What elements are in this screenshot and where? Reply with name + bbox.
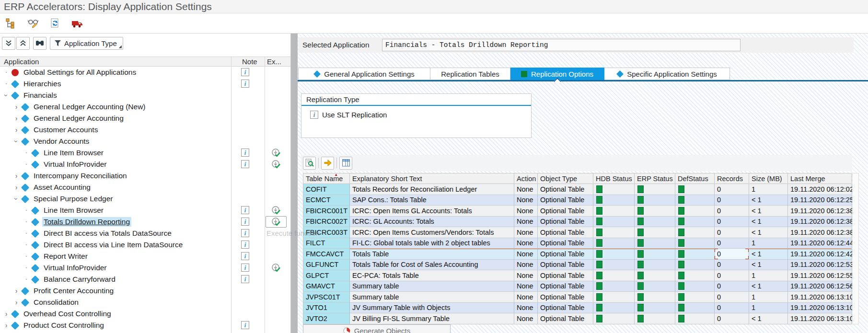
tree-expander[interactable]: › xyxy=(3,322,10,329)
column-header-records[interactable]: Records xyxy=(715,173,749,184)
tree-row[interactable]: › Profit Center Accounting xyxy=(0,285,290,297)
tree-label[interactable]: Hierarchies xyxy=(22,79,62,89)
tree-label[interactable]: Special Purpose Ledger xyxy=(32,194,114,204)
tree-expander[interactable]: ▪ xyxy=(3,80,10,87)
tree-row[interactable]: › Financials xyxy=(0,90,290,101)
note-icon[interactable]: i xyxy=(241,241,249,249)
tree-expander[interactable]: ▪ xyxy=(23,149,30,156)
column-header-size-mb-[interactable]: Size (MB) xyxy=(749,173,788,184)
tree-row[interactable]: › Overhead Cost Controlling xyxy=(0,308,290,320)
tab-specific-application-settings[interactable]: Specific Application Settings xyxy=(604,68,730,80)
table-row[interactable]: JVPSC01TSummary tableNoneOptional Table0… xyxy=(303,292,852,303)
tree-row[interactable]: ▪ Report Writer i xyxy=(0,251,290,262)
hierarchy-icon[interactable] xyxy=(4,16,18,31)
note-icon[interactable]: i xyxy=(241,321,249,329)
tree-label[interactable]: Direct BI access via Line Item DataSourc… xyxy=(42,240,184,250)
note-icon[interactable]: i xyxy=(241,160,249,168)
tree-row[interactable]: ▪ Direct BI access via Totals DataSource… xyxy=(0,228,290,239)
column-header-hdb-status[interactable]: HDB Status xyxy=(593,173,635,184)
tree-expander[interactable]: › xyxy=(3,92,10,99)
execute-button[interactable] xyxy=(266,147,287,159)
tree-row[interactable]: ▪ Line Item Browser i xyxy=(0,205,290,216)
note-icon[interactable]: i xyxy=(241,264,249,272)
tree-label[interactable]: Financials xyxy=(22,91,58,100)
execute-button[interactable] xyxy=(266,159,287,170)
tree-row[interactable]: › Consolidation xyxy=(0,297,290,308)
selected-application-field[interactable]: Financials - Totals Drilldown Reporting xyxy=(382,39,741,51)
refresh-icon[interactable] xyxy=(48,16,62,31)
tree-expander[interactable]: › xyxy=(13,287,20,294)
tree-label[interactable]: Report Writer xyxy=(42,252,89,261)
column-header-last-merge[interactable]: Last Merge xyxy=(788,173,852,184)
tree-row[interactable]: › Special Purpose Ledger xyxy=(0,193,290,205)
note-icon[interactable]: i xyxy=(241,206,249,214)
execute-button[interactable] xyxy=(266,262,287,274)
table-row[interactable]: GMAVCTSummary tableNoneOptional Table0< … xyxy=(303,281,852,292)
table-scrollbar[interactable] xyxy=(852,173,859,324)
execute-button[interactable] xyxy=(266,216,287,228)
tree-row[interactable]: ▪ Balance Carryforward i xyxy=(0,274,290,285)
column-header-erp-status[interactable]: ERP Status xyxy=(635,173,675,184)
tree-expander[interactable]: ▪ xyxy=(3,69,10,76)
application-column-header[interactable]: Application xyxy=(4,57,39,66)
table-row[interactable]: JVTO2JV Billing FI-SL Summary TableNoneO… xyxy=(303,313,852,324)
table-row[interactable]: FBICRC002TICRC: GL Accounts: TotalsNoneO… xyxy=(303,217,852,228)
tree-label[interactable]: Intercompany Reconciliation xyxy=(32,171,128,181)
column-header-table-name[interactable]: Table Name▴ xyxy=(303,173,350,184)
tree-row[interactable]: ▪ Line Item Browser i xyxy=(0,147,290,159)
ex-column-header[interactable]: Ex... xyxy=(267,57,281,66)
tree-row[interactable]: ▪ Hierarchies i xyxy=(0,78,290,90)
collapse-all-button[interactable] xyxy=(2,37,15,50)
note-icon[interactable]: i xyxy=(241,218,249,226)
table-row[interactable]: FMCCAVCTTotals TableNoneOptional Table0<… xyxy=(303,249,852,260)
tree-expander[interactable]: ▪ xyxy=(23,276,30,283)
column-header-object-type[interactable]: Object Type xyxy=(538,173,593,184)
tree-expander[interactable]: › xyxy=(13,103,20,110)
application-type-filter-button[interactable]: Application Type xyxy=(50,37,123,50)
layout-button[interactable] xyxy=(339,157,352,170)
tree-row[interactable]: › Customer Accounts xyxy=(0,124,290,136)
tree-label[interactable]: Overhead Cost Controlling xyxy=(22,309,113,319)
tree-row[interactable]: ▪ Global Settings for All Applications i xyxy=(0,67,290,78)
note-icon[interactable]: i xyxy=(241,80,249,88)
tree-expander[interactable]: › xyxy=(13,172,20,179)
tree-label[interactable]: Totals Drilldown Reporting xyxy=(42,217,131,227)
tree-expander[interactable]: ▪ xyxy=(23,241,30,248)
tree-expander[interactable]: ▪ xyxy=(23,218,30,225)
tree-expander[interactable]: › xyxy=(13,195,20,202)
tree-row[interactable]: › Vendor Accounts xyxy=(0,136,290,147)
note-icon[interactable]: i xyxy=(241,149,249,157)
tree-expander[interactable]: › xyxy=(13,184,20,191)
note-icon[interactable]: i xyxy=(241,252,249,260)
display-change-icon[interactable] xyxy=(26,16,40,31)
tab-general-application-settings[interactable]: General Application Settings xyxy=(298,68,430,80)
transport-icon[interactable] xyxy=(70,16,84,31)
tree-row[interactable]: ▪ Virtual InfoProvider i xyxy=(0,262,290,274)
table-row[interactable]: GLPCTEC-PCA: Totals TableNoneOptional Ta… xyxy=(303,270,852,281)
tree-label[interactable]: General Ledger Accounting (New) xyxy=(32,102,147,112)
tree-label[interactable]: Asset Accounting xyxy=(32,183,92,192)
table-row[interactable]: FBICRC001TICRC: Open Items GL Accounts: … xyxy=(303,206,852,217)
table-row[interactable]: FILCTFI-LC: Global totals table with 2 o… xyxy=(303,238,852,249)
column-header-defstatus[interactable]: DefStatus xyxy=(675,173,715,184)
tree-expander[interactable]: ▪ xyxy=(23,264,30,271)
tree-row[interactable]: › General Ledger Accounting xyxy=(0,113,290,124)
arrow-right-button[interactable] xyxy=(321,157,334,170)
note-icon[interactable]: i xyxy=(241,275,249,283)
note-icon[interactable]: i xyxy=(241,68,249,76)
tree-label[interactable]: General Ledger Accounting xyxy=(32,114,125,123)
generate-objects-button[interactable]: Generate Objects xyxy=(303,324,451,333)
tree-label[interactable]: Virtual InfoProvider xyxy=(42,160,108,169)
tree-label[interactable]: Customer Accounts xyxy=(32,125,99,135)
panel-splitter[interactable] xyxy=(290,34,298,333)
details-button[interactable] xyxy=(303,157,316,170)
tree-expander[interactable]: › xyxy=(3,310,10,317)
tree-label[interactable]: Consolidation xyxy=(32,298,80,307)
tree-expander[interactable]: › xyxy=(13,126,20,133)
tree-expander[interactable]: › xyxy=(13,115,20,122)
tree-row[interactable]: › General Ledger Accounting (New) xyxy=(0,101,290,113)
tree-expander[interactable]: ▪ xyxy=(23,207,30,214)
expand-all-button[interactable] xyxy=(16,37,30,50)
tree-expander[interactable]: ▪ xyxy=(23,161,30,168)
tree-row[interactable]: ▪ Direct BI access via Line Item DataSou… xyxy=(0,239,290,251)
